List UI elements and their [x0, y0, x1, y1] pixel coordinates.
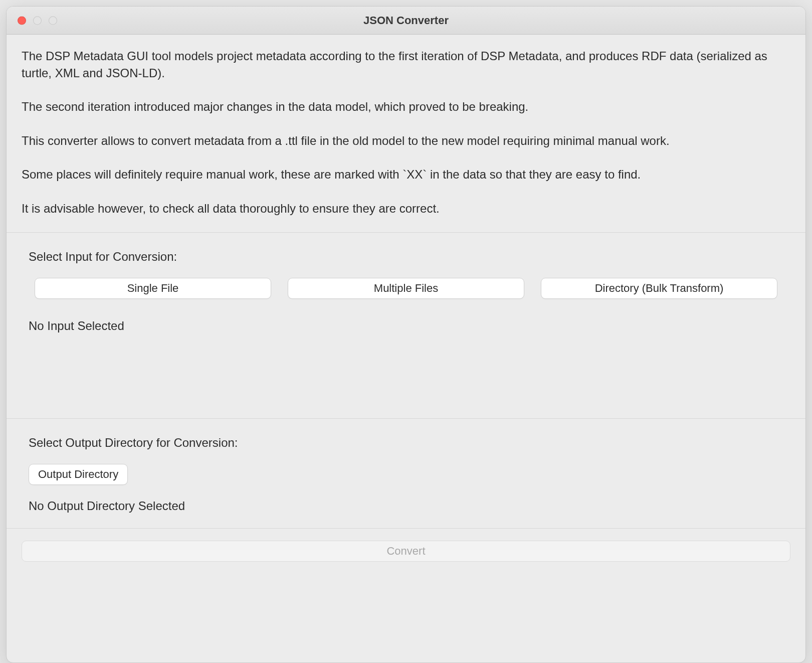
description-paragraph-4: Some places will definitely require manu… [22, 166, 790, 183]
description-paragraph-5: It is advisable however, to check all da… [22, 200, 790, 217]
description-paragraph-3: This converter allows to convert metadat… [22, 132, 790, 149]
app-window: JSON Converter The DSP Metadata GUI tool… [6, 6, 806, 663]
minimize-window-button[interactable] [33, 16, 42, 25]
output-directory-button[interactable]: Output Directory [29, 464, 128, 485]
input-spacer [22, 333, 790, 408]
window-title: JSON Converter [7, 14, 805, 27]
input-status-text: No Input Selected [22, 319, 790, 333]
input-section-label: Select Input for Conversion: [22, 250, 790, 264]
maximize-window-button[interactable] [49, 16, 57, 25]
window-spacer [7, 576, 805, 662]
single-file-button[interactable]: Single File [35, 278, 271, 299]
convert-section: Convert [7, 529, 805, 576]
description-paragraph-1: The DSP Metadata GUI tool models project… [22, 48, 790, 81]
traffic-lights [18, 16, 57, 25]
convert-button[interactable]: Convert [22, 541, 790, 562]
input-section: Select Input for Conversion: Single File… [7, 233, 805, 419]
titlebar[interactable]: JSON Converter [7, 7, 805, 35]
input-button-row: Single File Multiple Files Directory (Bu… [22, 278, 790, 299]
description-section: The DSP Metadata GUI tool models project… [7, 35, 805, 233]
output-section: Select Output Directory for Conversion: … [7, 419, 805, 529]
close-window-button[interactable] [18, 16, 26, 25]
output-status-text: No Output Directory Selected [22, 499, 790, 513]
description-paragraph-2: The second iteration introduced major ch… [22, 98, 790, 115]
output-section-label: Select Output Directory for Conversion: [22, 436, 790, 450]
directory-bulk-button[interactable]: Directory (Bulk Transform) [541, 278, 777, 299]
multiple-files-button[interactable]: Multiple Files [288, 278, 524, 299]
